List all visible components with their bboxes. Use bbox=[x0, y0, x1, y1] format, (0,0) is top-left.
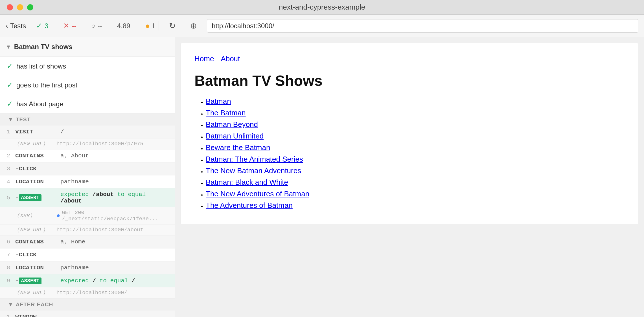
url-bar[interactable]: http://localhost:3000/ bbox=[207, 19, 638, 33]
section-chevron-icon: ▼ bbox=[8, 116, 14, 123]
cmd-args-4: pathname bbox=[60, 179, 89, 185]
show-link-8[interactable]: The New Adventures of Batman bbox=[206, 190, 309, 198]
sub-row-new-url-1: (NEW URL) http://localhost:3000/p/975 bbox=[0, 138, 175, 149]
sub-value-3: http://localhost:3000/ bbox=[56, 290, 127, 296]
sub-label-2: (NEW URL) bbox=[17, 227, 56, 233]
show-link-1[interactable]: The Batman bbox=[206, 109, 246, 117]
cypress-panel: ▼ Batman TV shows ✓ has list of shows ✓ … bbox=[0, 37, 175, 317]
nav-links: Home About bbox=[194, 54, 625, 63]
back-to-tests-button[interactable]: ‹ Tests bbox=[6, 22, 26, 30]
list-item: Batman: The Animated Series bbox=[206, 155, 625, 164]
browser-toolbar: ‹ Tests ✓ 3 ✕ -- ○ -- 4.89 ● I ↻ ⊕ http:… bbox=[0, 15, 644, 37]
url-text: http://localhost:3000/ bbox=[212, 22, 274, 30]
suite-name: Batman TV shows bbox=[14, 43, 73, 51]
check-icon: ✓ bbox=[36, 21, 42, 30]
cmd-args-6: a, Home bbox=[60, 239, 85, 245]
pass-icon-1: ✓ bbox=[7, 62, 13, 71]
code-row-2[interactable]: 2 CONTAINS a, About bbox=[0, 149, 175, 162]
line-num-9: 9 bbox=[7, 278, 15, 284]
suite-chevron-icon: ▼ bbox=[6, 44, 11, 50]
test-item-2[interactable]: ✓ goes to the first post bbox=[0, 76, 175, 94]
list-item: The Batman bbox=[206, 109, 625, 117]
test-section-label: TEST bbox=[16, 116, 31, 123]
code-row-4[interactable]: 4 LOCATION pathname bbox=[0, 175, 175, 188]
dot-icon: ● bbox=[145, 21, 150, 30]
code-row-3[interactable]: 3 -CLICK bbox=[0, 162, 175, 175]
assert-badge-1: ASSERT bbox=[19, 194, 42, 201]
close-button[interactable] bbox=[7, 4, 13, 10]
line-num-8: 8 bbox=[7, 265, 15, 271]
list-item: Beware the Batman bbox=[206, 143, 625, 152]
line-num-5: 5 bbox=[7, 195, 15, 201]
assert-badge-2: ASSERT bbox=[19, 278, 42, 284]
code-row-6[interactable]: 6 CONTAINS a, Home bbox=[0, 235, 175, 248]
xhr-dot-icon: ● bbox=[56, 212, 60, 219]
cmd-click-1: -CLICK bbox=[15, 166, 60, 172]
show-link-2[interactable]: Batman Beyond bbox=[206, 120, 258, 129]
show-link-3[interactable]: Batman Unlimited bbox=[206, 132, 264, 140]
show-link-6[interactable]: The New Batman Adventures bbox=[206, 166, 301, 175]
after-row-1[interactable]: 1 WINDOW bbox=[0, 311, 175, 317]
after-line-1: 1 bbox=[7, 314, 15, 317]
minimize-button[interactable] bbox=[17, 4, 23, 10]
code-row-1[interactable]: 1 VISIT / bbox=[0, 126, 175, 138]
sub-label-xhr: (XHR) bbox=[17, 213, 56, 219]
code-row-7[interactable]: 7 -CLICK bbox=[0, 248, 175, 261]
test-label-3: has About page bbox=[16, 100, 63, 108]
show-link-9[interactable]: The Adventures of Batman bbox=[206, 201, 293, 210]
line-num-6: 6 bbox=[7, 239, 15, 245]
code-row-8[interactable]: 8 LOCATION pathname bbox=[0, 261, 175, 274]
line-num-2: 2 bbox=[7, 153, 15, 159]
test-item-1[interactable]: ✓ has list of shows bbox=[0, 57, 175, 76]
code-row-5[interactable]: 5 -ASSERT expected /about to equal /abou… bbox=[0, 188, 175, 207]
main-layout: ▼ Batman TV shows ✓ has list of shows ✓ … bbox=[0, 37, 644, 317]
sub-value-2: http://localhost:3000/about bbox=[56, 227, 143, 233]
cmd-args-8: pathname bbox=[60, 265, 89, 271]
pass-icon-2: ✓ bbox=[7, 81, 13, 89]
cmd-visit: VISIT bbox=[15, 129, 60, 135]
line-num-4: 4 bbox=[7, 179, 15, 185]
indicator-label: I bbox=[152, 22, 154, 30]
test-section-header: ▼ TEST bbox=[0, 114, 175, 126]
titlebar: next-and-cypress-example bbox=[0, 0, 644, 15]
list-item: Batman bbox=[206, 97, 625, 106]
test-label-2: goes to the first post bbox=[16, 81, 77, 89]
test-item-3[interactable]: ✓ has About page bbox=[0, 94, 175, 113]
crosshair-button[interactable]: ⊕ bbox=[186, 21, 201, 30]
list-item: The Adventures of Batman bbox=[206, 201, 625, 210]
line-num-1: 1 bbox=[7, 129, 15, 135]
show-link-0[interactable]: Batman bbox=[206, 97, 231, 105]
test-suite-header[interactable]: ▼ Batman TV shows bbox=[0, 37, 175, 57]
reload-button[interactable]: ↻ bbox=[165, 21, 180, 30]
show-link-5[interactable]: Batman: The Animated Series bbox=[206, 155, 303, 163]
cmd-location-1: LOCATION bbox=[15, 179, 60, 185]
show-link-4[interactable]: Beware the Batman bbox=[206, 143, 270, 152]
cmd-window: WINDOW bbox=[15, 314, 60, 317]
nav-home-link[interactable]: Home bbox=[194, 54, 214, 63]
window-controls bbox=[7, 4, 33, 10]
sub-row-xhr: (XHR) ● GET 200 /_next/static/webpack/1f… bbox=[0, 207, 175, 224]
cmd-args-9: expected / to equal / bbox=[60, 278, 135, 284]
cmd-args-1: / bbox=[60, 129, 64, 135]
list-item: The New Adventures of Batman bbox=[206, 190, 625, 198]
after-each-header: ▼ AFTER EACH bbox=[0, 299, 175, 311]
show-link-7[interactable]: Batman: Black and White bbox=[206, 178, 288, 186]
list-item: The New Batman Adventures bbox=[206, 166, 625, 175]
sub-label-3: (NEW URL) bbox=[17, 290, 56, 296]
cmd-args-5: expected /about to equal /about bbox=[60, 191, 168, 204]
line-num-7: 7 bbox=[7, 252, 15, 258]
list-item: Batman Beyond bbox=[206, 120, 625, 129]
sub-value-1: http://localhost:3000/p/975 bbox=[56, 141, 143, 147]
nav-about-link[interactable]: About bbox=[221, 54, 240, 63]
passed-count: 3 bbox=[45, 22, 48, 30]
page-title: Batman TV Shows bbox=[194, 72, 625, 89]
cmd-assert-1: -ASSERT bbox=[15, 194, 60, 201]
cmd-args-2: a, About bbox=[60, 153, 89, 159]
failed-count: -- bbox=[72, 22, 76, 30]
cmd-click-2: -CLICK bbox=[15, 252, 60, 258]
pass-icon-3: ✓ bbox=[7, 100, 13, 108]
list-item: Batman Unlimited bbox=[206, 132, 625, 140]
pending-stat: ○ -- bbox=[87, 22, 107, 30]
code-row-9[interactable]: 9 -ASSERT expected / to equal / bbox=[0, 274, 175, 287]
maximize-button[interactable] bbox=[27, 4, 33, 10]
